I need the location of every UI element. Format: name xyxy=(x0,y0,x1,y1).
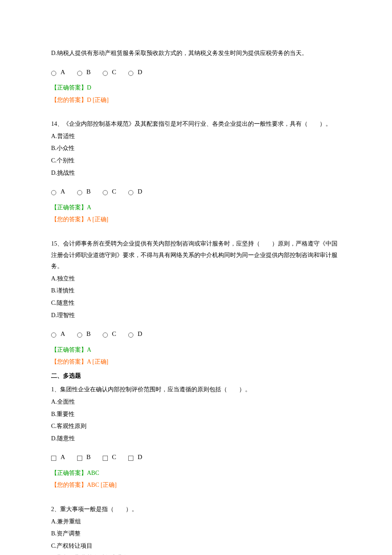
q14-stem: 14、《企业内部控制基本规范》及其配套指引是对不同行业、各类企业提出的一般性要求… xyxy=(51,119,341,130)
q13-correct-answer: 【正确答案】D xyxy=(51,82,341,94)
q15-choice-b[interactable]: B xyxy=(77,328,91,340)
q14-choice-c[interactable]: C xyxy=(103,185,116,198)
radio-icon xyxy=(128,190,133,195)
q15-option-d: D.理智性 xyxy=(51,310,341,321)
q14-correct-answer: 【正确答案】A xyxy=(51,202,341,214)
m2-stem: 2、重大事项一般是指（ ）。 xyxy=(51,504,341,515)
choice-label: C xyxy=(112,328,116,340)
radio-icon xyxy=(103,71,108,76)
m2-option-a: A.兼并重组 xyxy=(51,516,341,528)
m1-choice-a[interactable]: A xyxy=(51,451,65,463)
m1-option-c: C.客观性原则 xyxy=(51,421,341,432)
section-2-title: 二、多选题 xyxy=(51,370,341,382)
checkbox-icon xyxy=(51,456,56,461)
q14-choice-a[interactable]: A xyxy=(51,185,65,198)
q14-choice-row: A B C D xyxy=(51,185,341,198)
checkbox-icon xyxy=(103,456,108,461)
choice-label: C xyxy=(112,451,116,463)
exam-page: D.纳税人提供有形动产租赁服务采取预收款方式的，其纳税义务发生时间为提供应税劳务… xyxy=(0,0,392,555)
q15-option-c: C.随意性 xyxy=(51,298,341,309)
m2-option-c: C.产权转让项目 xyxy=(51,541,341,552)
q15-choice-a[interactable]: A xyxy=(51,328,65,340)
radio-icon xyxy=(51,190,56,195)
q14-option-d: D.挑战性 xyxy=(51,168,341,179)
radio-icon xyxy=(103,332,108,338)
q14-choice-d[interactable]: D xyxy=(128,185,142,198)
radio-icon xyxy=(51,332,56,338)
choice-label: D xyxy=(138,185,142,198)
q15-option-b: B.谨慎性 xyxy=(51,285,341,297)
q14-option-c: C.个别性 xyxy=(51,155,341,167)
q15-option-a: A.独立性 xyxy=(51,273,341,285)
m1-choice-b[interactable]: B xyxy=(77,451,91,463)
m2-option-b: B.资产调整 xyxy=(51,528,341,540)
q15-stem: 15、会计师事务所在受聘为企业提供有关内部控制咨询或审计服务时，应坚持（ ）原则… xyxy=(51,238,341,272)
m1-correct-answer: 【正确答案】ABC xyxy=(51,468,341,479)
choice-label: B xyxy=(86,66,91,78)
m1-choice-c[interactable]: C xyxy=(103,451,116,463)
choice-label: C xyxy=(112,185,116,198)
choice-label: A xyxy=(61,66,65,78)
m1-choice-d[interactable]: D xyxy=(128,451,142,463)
q14-option-b: B.小众性 xyxy=(51,143,341,154)
q13-choice-d[interactable]: D xyxy=(128,66,142,78)
radio-icon xyxy=(77,332,82,338)
m1-stem: 1、集团性企业在确认内部控制评价范围时，应当遵循的原则包括（ ）。 xyxy=(51,384,341,396)
q15-choice-row: A B C D xyxy=(51,328,341,340)
m1-choice-row: A B C D xyxy=(51,451,341,463)
q14-option-a: A.普适性 xyxy=(51,131,341,142)
q13-choice-b[interactable]: B xyxy=(77,66,91,78)
radio-icon xyxy=(77,190,82,195)
m1-option-b: B.重要性 xyxy=(51,409,341,420)
q15-correct-answer: 【正确答案】A xyxy=(51,344,341,356)
q13-choice-row: A B C D xyxy=(51,66,341,78)
q15-choice-d[interactable]: D xyxy=(128,328,142,340)
radio-icon xyxy=(103,190,108,195)
q13-your-answer: 【您的答案】D [正确] xyxy=(51,95,341,106)
choice-label: A xyxy=(61,328,65,340)
radio-icon xyxy=(128,332,133,338)
choice-label: D xyxy=(138,328,142,340)
q13-option-d: D.纳税人提供有形动产租赁服务采取预收款方式的，其纳税义务发生时间为提供应税劳务… xyxy=(51,48,341,59)
choice-label: D xyxy=(138,66,142,78)
choice-label: B xyxy=(86,451,91,463)
choice-label: B xyxy=(86,328,91,340)
m1-option-d: D.随意性 xyxy=(51,433,341,445)
choice-label: A xyxy=(61,185,65,198)
choice-label: D xyxy=(138,451,142,463)
checkbox-icon xyxy=(77,456,82,461)
radio-icon xyxy=(77,71,82,76)
radio-icon xyxy=(128,71,133,76)
q13-choice-c[interactable]: C xyxy=(103,66,116,78)
choice-label: C xyxy=(112,66,116,78)
q15-your-answer: 【您的答案】A [正确] xyxy=(51,356,341,368)
q13-choice-a[interactable]: A xyxy=(51,66,65,78)
checkbox-icon xyxy=(128,456,133,461)
m1-your-answer: 【您的答案】ABC [正确] xyxy=(51,480,341,491)
radio-icon xyxy=(51,71,56,76)
choice-label: B xyxy=(86,185,91,198)
choice-label: A xyxy=(61,451,65,463)
q14-your-answer: 【您的答案】A [正确] xyxy=(51,214,341,225)
m1-option-a: A.全面性 xyxy=(51,396,341,408)
q14-choice-b[interactable]: B xyxy=(77,185,91,198)
q15-choice-c[interactable]: C xyxy=(103,328,116,340)
m2-option-d: D.期权、期货等金融衍生业务 xyxy=(51,552,341,555)
